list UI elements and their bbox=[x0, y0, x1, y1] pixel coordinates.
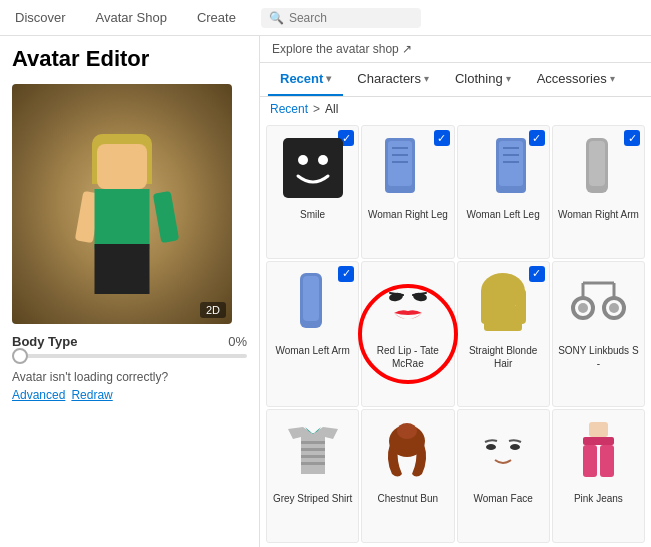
tab-clothing[interactable]: Clothing ▾ bbox=[443, 63, 523, 96]
tab-recent-chevron: ▾ bbox=[326, 73, 331, 84]
slider-container[interactable] bbox=[12, 354, 247, 358]
breadcrumb-sep: > bbox=[313, 102, 320, 116]
grid-item-red-lip[interactable]: Red Lip - Tate McRae bbox=[361, 261, 454, 408]
red-lip-svg bbox=[378, 273, 438, 333]
svg-point-2 bbox=[318, 155, 328, 165]
avatar-legs bbox=[95, 244, 150, 294]
top-nav: Discover Avatar Shop Create 🔍 bbox=[0, 0, 651, 36]
tab-recent[interactable]: Recent ▾ bbox=[268, 63, 343, 96]
item-img-straight-blonde bbox=[468, 266, 538, 341]
pink-jeans-svg bbox=[571, 417, 626, 487]
grid-item-woman-right-leg[interactable]: ✓ Woman Right Leg bbox=[361, 125, 454, 259]
breadcrumb-parent[interactable]: Recent bbox=[270, 102, 308, 116]
item-name-pink-jeans: Pink Jeans bbox=[574, 492, 623, 505]
search-input[interactable] bbox=[289, 11, 413, 25]
item-img-woman-left-arm bbox=[278, 266, 348, 341]
error-message: Avatar isn't loading correctly? bbox=[12, 370, 247, 384]
svg-point-1 bbox=[298, 155, 308, 165]
tab-characters[interactable]: Characters ▾ bbox=[345, 63, 441, 96]
grid-item-straight-blonde[interactable]: ✓ Straight Blonde Hair bbox=[457, 261, 550, 408]
explore-text[interactable]: Explore the avatar shop ↗ bbox=[272, 42, 412, 56]
tab-accessories-label: Accessories bbox=[537, 71, 607, 86]
search-icon: 🔍 bbox=[269, 11, 284, 25]
search-bar[interactable]: 🔍 bbox=[261, 8, 421, 28]
svg-rect-35 bbox=[301, 455, 325, 458]
body-type-pct: 0% bbox=[228, 334, 247, 349]
main-layout: Avatar Editor 2D Body Type 0% Avatar isn… bbox=[0, 36, 651, 547]
item-name-smile: Smile bbox=[300, 208, 325, 221]
tab-recent-label: Recent bbox=[280, 71, 323, 86]
svg-point-40 bbox=[486, 444, 496, 450]
woman-right-arm-svg bbox=[571, 133, 626, 203]
item-name-woman-left-arm: Woman Left Arm bbox=[275, 344, 349, 357]
nav-avatar-shop[interactable]: Avatar Shop bbox=[91, 10, 172, 25]
item-img-woman-face bbox=[468, 414, 538, 489]
svg-point-38 bbox=[397, 423, 417, 439]
item-name-woman-face: Woman Face bbox=[473, 492, 532, 505]
nav-discover[interactable]: Discover bbox=[10, 10, 71, 25]
tab-clothing-chevron: ▾ bbox=[506, 73, 511, 84]
item-name-woman-right-arm: Woman Right Arm bbox=[558, 208, 639, 221]
tab-accessories[interactable]: Accessories ▾ bbox=[525, 63, 627, 96]
grid-item-chestnut-bun[interactable]: Chestnut Bun bbox=[361, 409, 454, 543]
tab-accessories-chevron: ▾ bbox=[610, 73, 615, 84]
item-name-woman-left-leg: Woman Left Leg bbox=[467, 208, 540, 221]
svg-rect-43 bbox=[583, 437, 614, 445]
tab-characters-chevron: ▾ bbox=[424, 73, 429, 84]
item-name-sony-linkbuds: SONY Linkbuds S - bbox=[557, 344, 640, 370]
item-img-chestnut-bun bbox=[373, 414, 443, 489]
slider-thumb[interactable] bbox=[12, 348, 28, 364]
breadcrumb-current: All bbox=[325, 102, 338, 116]
woman-left-leg-svg bbox=[476, 133, 531, 203]
smile-face-svg bbox=[283, 138, 343, 198]
avatar-figure bbox=[57, 124, 187, 324]
grid-item-woman-left-arm[interactable]: ✓ Woman Left Arm bbox=[266, 261, 359, 408]
grid-item-grey-striped[interactable]: Grey Striped Shirt bbox=[266, 409, 359, 543]
item-img-grey-striped bbox=[278, 414, 348, 489]
svg-rect-16 bbox=[303, 276, 319, 321]
svg-rect-34 bbox=[301, 448, 325, 451]
svg-rect-42 bbox=[589, 422, 608, 437]
svg-rect-25 bbox=[484, 306, 522, 331]
item-name-red-lip: Red Lip - Tate McRae bbox=[366, 344, 449, 370]
grid-item-woman-face[interactable]: Woman Face bbox=[457, 409, 550, 543]
advanced-button[interactable]: Advanced bbox=[12, 388, 65, 402]
grid-item-smile[interactable]: ✓ Smile bbox=[266, 125, 359, 259]
svg-point-32 bbox=[609, 303, 619, 313]
item-name-woman-right-leg: Woman Right Leg bbox=[368, 208, 448, 221]
body-type-label: Body Type bbox=[12, 334, 78, 349]
svg-rect-45 bbox=[600, 445, 614, 477]
woman-left-arm-svg bbox=[285, 268, 340, 338]
sony-linkbuds-svg bbox=[571, 273, 626, 333]
grid-item-sony-linkbuds[interactable]: SONY Linkbuds S - bbox=[552, 261, 645, 408]
advanced-redraw-row: Advanced Redraw bbox=[12, 388, 247, 402]
tab-clothing-label: Clothing bbox=[455, 71, 503, 86]
avatar-body bbox=[95, 189, 150, 249]
item-img-pink-jeans bbox=[563, 414, 633, 489]
item-img-woman-right-leg bbox=[373, 130, 443, 205]
nav-create[interactable]: Create bbox=[192, 10, 241, 25]
avatar-arm-right bbox=[153, 191, 179, 243]
grid-item-woman-right-arm[interactable]: ✓ Woman Right Arm bbox=[552, 125, 645, 259]
svg-rect-14 bbox=[589, 141, 605, 186]
svg-rect-33 bbox=[301, 441, 325, 444]
body-type-row: Body Type 0% bbox=[12, 334, 247, 349]
grid-item-woman-left-leg[interactable]: ✓ Woman Left Leg bbox=[457, 125, 550, 259]
breadcrumb: Recent > All bbox=[260, 97, 651, 121]
avatar-2d-badge: 2D bbox=[200, 302, 226, 318]
item-img-woman-right-arm bbox=[563, 130, 633, 205]
grey-striped-svg bbox=[283, 419, 343, 484]
right-panel: Explore the avatar shop ↗ Recent ▾ Chara… bbox=[260, 36, 651, 547]
slider-track[interactable] bbox=[12, 354, 247, 358]
redraw-button[interactable]: Redraw bbox=[71, 388, 112, 402]
woman-right-leg-svg bbox=[380, 133, 435, 203]
grid-item-pink-jeans[interactable]: Pink Jeans bbox=[552, 409, 645, 543]
explore-bar[interactable]: Explore the avatar shop ↗ bbox=[260, 36, 651, 63]
left-panel: Avatar Editor 2D Body Type 0% Avatar isn… bbox=[0, 36, 260, 547]
chestnut-bun-svg bbox=[380, 419, 435, 484]
woman-face-svg bbox=[473, 422, 533, 482]
avatar-head bbox=[97, 144, 147, 189]
svg-rect-0 bbox=[283, 138, 343, 198]
svg-point-27 bbox=[578, 303, 588, 313]
items-grid: ✓ Smile ✓ bbox=[260, 121, 651, 547]
